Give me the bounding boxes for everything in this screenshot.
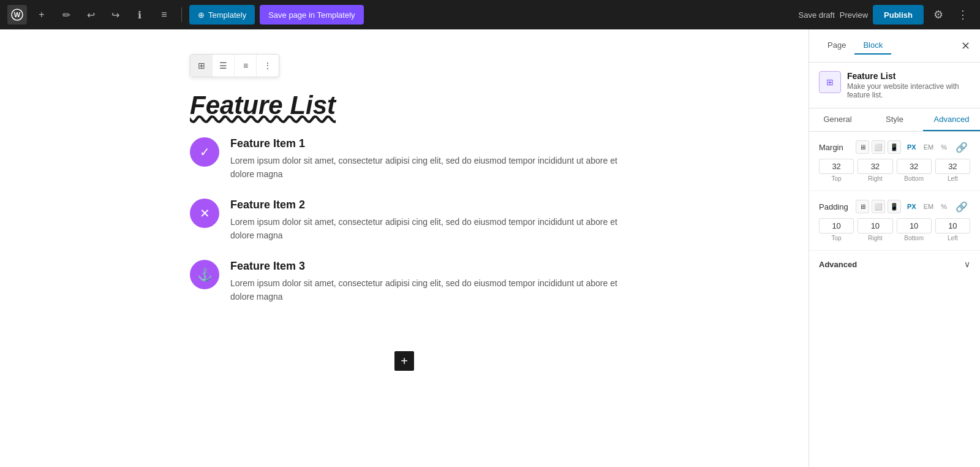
block-toolbar-grid-button[interactable]: ⊞ xyxy=(190,55,213,77)
settings-button[interactable]: ⚙ xyxy=(929,5,948,25)
block-toolbar: ⊞ ☰ ≡ ⋮ xyxy=(190,54,279,77)
save-draft-button[interactable]: Save draft xyxy=(799,10,835,20)
margin-mobile-icon[interactable]: 📱 xyxy=(888,140,901,154)
margin-desktop-icon[interactable]: 🖥 xyxy=(856,140,869,154)
margin-label: Margin xyxy=(819,143,843,152)
editor-content: ⊞ ☰ ≡ ⋮ Feature List ✓ xyxy=(190,54,619,371)
sidebar-header: Page Block ✕ xyxy=(809,29,980,63)
feature-icon-3: ⚓ xyxy=(190,260,219,289)
padding-right-group: Right xyxy=(858,218,892,241)
preview-button[interactable]: Preview xyxy=(840,10,868,20)
tab-general[interactable]: General xyxy=(809,108,866,131)
tab-style[interactable]: Style xyxy=(866,108,923,131)
toolbar-divider xyxy=(181,7,182,22)
margin-top-input[interactable] xyxy=(819,159,854,174)
undo-button[interactable]: ↩ xyxy=(81,5,100,25)
feature-item-2: ✕ Feature Item 2 Lorem ipsum dolor sit a… xyxy=(190,199,619,243)
margin-unit-pct[interactable]: % xyxy=(938,142,949,152)
padding-tablet-icon[interactable]: ⬜ xyxy=(872,200,885,213)
margin-units: PX EM % xyxy=(905,142,949,152)
chevron-down-icon: ∨ xyxy=(964,259,970,269)
add-block-button[interactable]: + xyxy=(394,351,414,371)
info-button[interactable]: ℹ xyxy=(130,5,149,25)
publish-button[interactable]: Publish xyxy=(873,5,924,25)
templately-label: Templately xyxy=(208,10,246,20)
padding-right-label: Right xyxy=(868,235,882,241)
margin-right-label: Right xyxy=(868,175,882,182)
padding-top-input[interactable] xyxy=(819,218,854,234)
margin-icons: 🖥 ⬜ 📱 xyxy=(856,140,901,154)
templately-button[interactable]: ⊕ Templately xyxy=(189,5,255,25)
padding-left-input[interactable] xyxy=(935,218,970,234)
padding-left-label: Left xyxy=(948,235,958,241)
margin-left-input[interactable] xyxy=(935,159,970,174)
main-layout: ⊞ ☰ ≡ ⋮ Feature List ✓ xyxy=(0,29,980,467)
feature-item-3-desc: Lorem ipsum dolor sit amet, consectetur … xyxy=(230,276,619,304)
margin-left-group: Left xyxy=(935,159,970,182)
margin-unit-em[interactable]: EM xyxy=(921,142,937,152)
feature-icon-1: ✓ xyxy=(190,137,219,167)
sidebar-tabs: Page Block xyxy=(819,37,891,55)
add-block-toolbar-button[interactable]: + xyxy=(32,5,51,25)
plus-icon: + xyxy=(39,9,44,20)
more-options-button[interactable]: ⋮ xyxy=(953,5,973,25)
padding-link-icon[interactable]: 🔗 xyxy=(953,201,970,213)
padding-top-group: Top xyxy=(819,218,854,241)
feature-item-1-desc: Lorem ipsum dolor sit amet, consectetur … xyxy=(230,154,619,181)
feature-item-1: ✓ Feature Item 1 Lorem ipsum dolor sit a… xyxy=(190,137,619,181)
templately-icon: ⊕ xyxy=(198,10,205,20)
margin-inputs: Top Right Bottom Left xyxy=(819,159,970,182)
feature-item-3-title: Feature Item 3 xyxy=(230,260,619,273)
grid-icon: ⊞ xyxy=(198,61,205,70)
advanced-section-label: Advanced xyxy=(819,260,857,269)
margin-unit-px[interactable]: PX xyxy=(905,142,919,152)
redo-icon: ↪ xyxy=(111,9,119,21)
margin-right-input[interactable] xyxy=(858,159,892,174)
advanced-section-header[interactable]: Advanced ∨ xyxy=(819,259,970,269)
margin-top-label: Top xyxy=(832,175,842,182)
toolbar: W + ✏ ↩ ↪ ℹ ≡ ⊕ Templately Save page in … xyxy=(0,0,980,29)
block-info-desc: Make your website interactive with featu… xyxy=(847,82,970,99)
info-icon: ℹ xyxy=(138,9,141,21)
sidebar: Page Block ✕ ⊞ Feature List Make your we… xyxy=(809,29,980,467)
feature-item-1-title: Feature Item 1 xyxy=(230,137,619,150)
padding-bottom-input[interactable] xyxy=(897,218,932,234)
feature-list-icon: ⊞ xyxy=(826,77,834,87)
block-tab[interactable]: Block xyxy=(854,37,891,55)
feature-item-2-title: Feature Item 2 xyxy=(230,199,619,211)
toolbar-right: Save draft Preview Publish ⚙ ⋮ xyxy=(799,5,973,25)
margin-bottom-input[interactable] xyxy=(897,159,932,174)
padding-top-label: Top xyxy=(832,235,842,241)
padding-unit-em[interactable]: EM xyxy=(921,202,937,211)
plus-icon: + xyxy=(401,354,408,368)
tab-advanced[interactable]: Advanced xyxy=(923,108,980,131)
margin-section: Margin 🖥 ⬜ 📱 PX EM % 🔗 xyxy=(809,132,980,191)
margin-link-icon[interactable]: 🔗 xyxy=(953,142,970,153)
feature-list-block: Feature List ✓ Feature Item 1 Lorem ipsu… xyxy=(190,85,619,327)
block-toolbar-align-left-button[interactable]: ☰ xyxy=(213,55,235,77)
save-page-button[interactable]: Save page in Templately xyxy=(260,5,363,25)
padding-right-input[interactable] xyxy=(858,218,892,234)
padding-unit-pct[interactable]: % xyxy=(938,202,949,211)
page-tab[interactable]: Page xyxy=(819,37,854,55)
redo-button[interactable]: ↪ xyxy=(105,5,125,25)
block-info-text: Feature List Make your website interacti… xyxy=(847,71,970,99)
padding-mobile-icon[interactable]: 📱 xyxy=(888,200,901,213)
feature-icon-2: ✕ xyxy=(190,199,219,228)
list-view-button[interactable]: ≡ xyxy=(154,5,174,25)
edit-button[interactable]: ✏ xyxy=(56,5,76,25)
margin-bottom-label: Bottom xyxy=(904,175,924,182)
sidebar-close-button[interactable]: ✕ xyxy=(961,39,970,53)
padding-section: Padding 🖥 ⬜ 📱 PX EM % 🔗 xyxy=(809,191,980,251)
anchor-icon: ⚓ xyxy=(197,267,213,282)
padding-label: Padding xyxy=(819,202,848,211)
panel-tabs: General Style Advanced xyxy=(809,108,980,132)
padding-desktop-icon[interactable]: 🖥 xyxy=(856,200,869,213)
block-toolbar-more-button[interactable]: ⋮ xyxy=(257,55,279,77)
padding-unit-px[interactable]: PX xyxy=(905,202,919,211)
x-icon: ✕ xyxy=(200,206,210,221)
block-toolbar-align-center-button[interactable]: ≡ xyxy=(235,55,257,77)
more-icon: ⋮ xyxy=(957,9,968,21)
margin-tablet-icon[interactable]: ⬜ xyxy=(872,140,885,154)
padding-bottom-group: Bottom xyxy=(897,218,932,241)
